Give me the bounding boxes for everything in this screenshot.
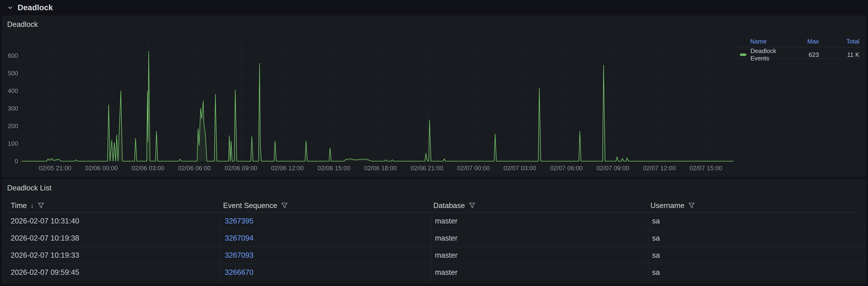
cell-database: master <box>431 247 648 264</box>
cell-event-sequence: 3267395 <box>221 213 431 229</box>
x-axis-label: 02/06 15:00 <box>310 165 358 172</box>
y-axis-label: 100 <box>2 140 18 147</box>
x-axis-label: 02/06 00:00 <box>78 165 125 172</box>
column-header-database[interactable]: Database <box>431 201 648 210</box>
cell-database: master <box>431 213 648 229</box>
legend-total-value: 11 K <box>819 51 860 59</box>
x-axis-label: 02/06 18:00 <box>356 165 404 172</box>
x-axis-label: 02/07 03:00 <box>496 165 544 172</box>
column-label: Username <box>650 201 684 210</box>
table-row: 2026-02-07 09:59:453266670mastersa <box>2 264 866 281</box>
cell-time: 2026-02-07 10:19:33 <box>2 247 221 264</box>
deadlock-events-series <box>22 40 734 161</box>
dashboard-row-toggle[interactable]: Deadlock <box>7 2 53 13</box>
event-sequence-link[interactable]: 3267395 <box>225 217 253 225</box>
y-axis-label: 600 <box>2 52 18 59</box>
x-axis-label: 02/05 21:00 <box>31 165 79 172</box>
cell-username: sa <box>648 213 866 229</box>
table-header-row: Time↓Event SequenceDatabaseUsername <box>8 199 860 213</box>
filter-icon[interactable] <box>468 202 476 209</box>
panel-title[interactable]: Deadlock List <box>7 184 52 192</box>
column-label: Database <box>433 201 465 210</box>
cell-event-sequence: 3266670 <box>221 264 431 281</box>
x-axis-label: 02/07 06:00 <box>542 165 590 172</box>
legend-series-label: Deadlock Events <box>750 47 793 62</box>
event-sequence-link[interactable]: 3267094 <box>225 234 253 243</box>
cell-database: master <box>431 230 648 247</box>
cell-time: 2026-02-07 10:31:40 <box>2 213 221 229</box>
table-body: 2026-02-07 10:31:403267395mastersa2026-0… <box>2 213 866 281</box>
x-axis-label: 02/06 06:00 <box>171 165 218 172</box>
filter-icon[interactable] <box>37 202 44 209</box>
y-axis-label: 0 <box>2 157 18 165</box>
column-header-time[interactable]: Time↓ <box>8 201 221 210</box>
cell-time: 2026-02-07 09:59:45 <box>2 264 221 281</box>
column-header-username[interactable]: Username <box>648 201 860 210</box>
x-axis-label: 02/06 12:00 <box>264 165 311 172</box>
x-axis-label: 02/07 00:00 <box>450 165 497 172</box>
cell-username: sa <box>648 247 866 264</box>
sort-desc-icon: ↓ <box>30 202 34 209</box>
legend-series-toggle[interactable]: Deadlock Events <box>735 47 793 62</box>
deadlock-chart-panel: Deadlock 0100200300400500600 02/05 21:00… <box>2 16 866 177</box>
x-axis-label: 02/06 03:00 <box>124 165 172 172</box>
column-label: Time <box>11 201 27 210</box>
cell-username: sa <box>648 230 866 247</box>
y-axis-label: 500 <box>2 70 18 77</box>
x-axis-label: 02/07 12:00 <box>636 165 683 172</box>
panel-title[interactable]: Deadlock <box>7 20 38 29</box>
row-title: Deadlock <box>18 3 53 12</box>
filter-icon[interactable] <box>281 202 288 209</box>
y-axis-label: 300 <box>2 105 18 112</box>
legend-header: Name Max Total <box>735 36 864 47</box>
x-axis-label: 02/07 15:00 <box>682 165 730 172</box>
legend-max-value: 623 <box>793 51 819 59</box>
legend-header-total[interactable]: Total <box>819 38 860 45</box>
y-axis-label: 400 <box>2 87 18 95</box>
filter-icon[interactable] <box>688 202 695 209</box>
cell-database: master <box>431 264 648 281</box>
chevron-down-icon <box>7 4 14 11</box>
y-axis-label: 200 <box>2 122 18 130</box>
cell-time: 2026-02-07 10:19:38 <box>2 230 221 247</box>
cell-username: sa <box>648 264 866 281</box>
x-axis-label: 02/06 21:00 <box>403 165 451 172</box>
legend-header-name[interactable]: Name <box>735 38 793 45</box>
column-header-event-sequence[interactable]: Event Sequence <box>221 201 431 210</box>
chart-legend: Name Max Total Deadlock Events 623 11 K <box>735 36 864 59</box>
legend-header-max[interactable]: Max <box>793 38 819 45</box>
x-axis-label: 02/06 09:00 <box>217 165 265 172</box>
x-axis-label: 02/07 09:00 <box>589 165 637 172</box>
timeseries-plot[interactable] <box>22 40 734 161</box>
table-row: 2026-02-07 10:31:403267395mastersa <box>2 213 866 230</box>
deadlock-list-panel: Deadlock List Time↓Event SequenceDatabas… <box>2 179 866 283</box>
series-color-swatch <box>740 53 746 56</box>
event-sequence-link[interactable]: 3266670 <box>225 268 253 277</box>
column-label: Event Sequence <box>223 201 277 210</box>
cell-event-sequence: 3267094 <box>221 230 431 247</box>
cell-event-sequence: 3267093 <box>221 247 431 264</box>
legend-item: Deadlock Events 623 11 K <box>735 47 864 59</box>
table-row: 2026-02-07 10:19:333267093mastersa <box>2 247 866 264</box>
table-row: 2026-02-07 10:19:383267094mastersa <box>2 230 866 247</box>
event-sequence-link[interactable]: 3267093 <box>225 251 253 260</box>
